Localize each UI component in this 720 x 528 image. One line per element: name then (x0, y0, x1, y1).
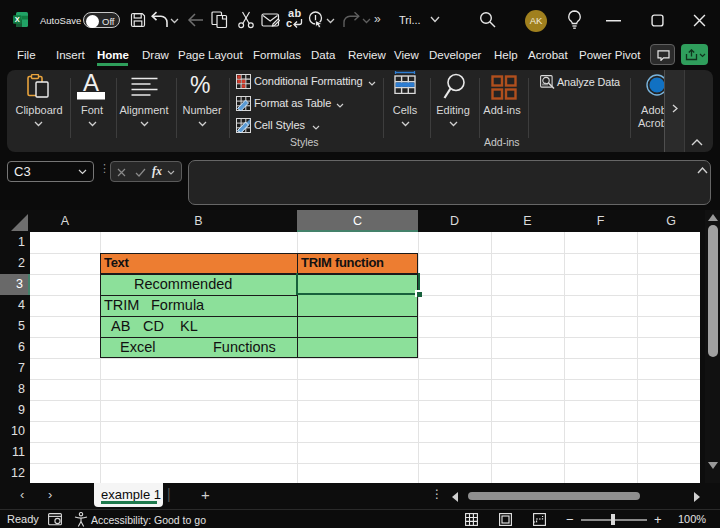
svg-text:X: X (15, 15, 20, 24)
